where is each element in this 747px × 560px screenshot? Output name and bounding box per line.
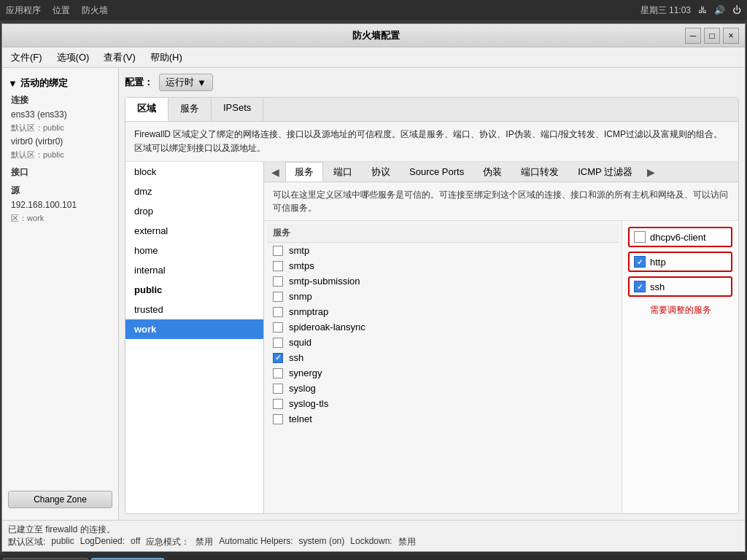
volume-icon[interactable]: 🔊 (714, 5, 725, 15)
change-zone-button[interactable]: Change Zone (8, 491, 112, 508)
interface-section: 接口 (2, 165, 118, 180)
config-dropdown[interactable]: 运行时 ▼ (159, 74, 213, 91)
taskbar: 🖥 root@server:~ 🛡 防火墙配置 1 / 4 (0, 555, 747, 560)
inner-tab-masquerade[interactable]: 伪装 (474, 163, 511, 182)
inner-tab-ports[interactable]: 端口 (325, 163, 361, 182)
service-item-squid: squid (267, 335, 619, 350)
pending-checkbox-ssh-pending[interactable] (634, 281, 646, 292)
service-label-synergy: synergy (289, 368, 322, 378)
tabs-header: 区域 服务 IPSets (125, 98, 738, 122)
auto-helpers-value: system (on) (299, 536, 345, 548)
power-icon[interactable]: ⏻ (732, 5, 741, 15)
service-item-smtp-submission: smtp-submission (267, 273, 619, 289)
zone-item-work[interactable]: work (125, 319, 263, 339)
zone-item-drop[interactable]: drop (125, 201, 263, 221)
connections-label: 连接 (2, 93, 118, 108)
services-scroll-list: smtp smtps smtp-submission (267, 243, 619, 427)
auto-helpers-label: Automatic Helpers: (219, 536, 293, 548)
network-icon[interactable]: 🖧 (698, 5, 707, 15)
service-label-ssh: ssh (289, 352, 303, 363)
service-item-synergy: synergy (267, 365, 619, 381)
inner-tab-right-arrow[interactable]: ▶ (643, 163, 659, 181)
zone-item-dmz[interactable]: dmz (125, 182, 263, 201)
emergency-value: 禁用 (196, 536, 213, 548)
zone-item-home[interactable]: home (125, 241, 263, 260)
tab-zone[interactable]: 区域 (125, 98, 169, 121)
active-binding-label: 活动的绑定 (20, 77, 68, 90)
minimize-button[interactable]: ─ (685, 28, 701, 44)
service-item-snmptrap: snmptrap (267, 304, 619, 319)
service-checkbox-telnet[interactable] (273, 414, 283, 424)
pending-label-ssh-pending: ssh (650, 281, 665, 292)
conn1-name: ens33 (ens33) (2, 108, 118, 121)
interface-label: 接口 (2, 165, 118, 180)
lockdown-value: 禁用 (398, 536, 416, 548)
window-controls: ─ □ × (685, 28, 739, 44)
apps-menu[interactable]: 应用程序 (6, 4, 41, 17)
emergency-label: 应急模式： (146, 536, 190, 548)
pending-label-dhcpv6: dhcpv6-client (650, 232, 706, 243)
service-checkbox-smtp[interactable] (273, 246, 283, 256)
services-list-container: 服务 smtp smtps (264, 221, 622, 513)
service-label-smtp-submission: smtp-submission (289, 276, 360, 287)
services-content: 服务 smtp smtps (264, 221, 738, 513)
inner-tab-services[interactable]: 服务 (285, 162, 323, 182)
dropdown-arrow-icon: ▼ (197, 77, 206, 88)
service-checkbox-snmp[interactable] (273, 292, 283, 302)
position-menu[interactable]: 位置 (53, 4, 70, 17)
default-zone-value: public (51, 536, 74, 548)
inner-tabs: ◀ 服务 端口 协议 Source Ports 伪装 端口转发 ICMP 过滤器… (264, 162, 738, 182)
tab-ipsets[interactable]: IPSets (212, 98, 263, 121)
service-item-syslog-tls: syslog-tls (267, 396, 619, 411)
inner-tab-icmp[interactable]: ICMP 过滤器 (569, 163, 641, 182)
conn2-name: virbr0 (virbr0) (2, 135, 118, 148)
service-checkbox-synergy[interactable] (273, 368, 283, 378)
maximize-button[interactable]: □ (704, 28, 720, 44)
taskbar-terminal[interactable]: 🖥 root@server:~ (3, 558, 88, 561)
pending-services-label: 需要调整的服务 (628, 304, 732, 316)
inner-tab-source-ports[interactable]: Source Ports (400, 163, 473, 180)
zone-item-public[interactable]: public (125, 280, 263, 300)
service-label-smtps: smtps (289, 260, 314, 271)
menu-view[interactable]: 查看(V) (98, 50, 141, 66)
zone-item-internal[interactable]: internal (125, 260, 263, 280)
service-checkbox-syslog-tls[interactable] (273, 399, 283, 409)
taskbar-firewall[interactable]: 🛡 防火墙配置 (91, 558, 164, 561)
inner-tab-port-forward[interactable]: 端口转发 (512, 163, 568, 182)
service-checkbox-spideroak[interactable] (273, 322, 283, 332)
log-denied-value: off (131, 536, 140, 548)
pending-item-dhcpv6: dhcpv6-client (628, 227, 732, 247)
topbar: 应用程序 位置 防火墙 星期三 11:03 🖧 🔊 ⏻ (0, 0, 747, 20)
services-description: 可以在这里定义区域中哪些服务是可信的。可连接至绑定到这个区域的连接、接口和源的所… (264, 182, 738, 221)
config-runtime-label: 运行时 (166, 76, 194, 89)
service-checkbox-ssh[interactable] (273, 353, 283, 363)
service-item-smtps: smtps (267, 258, 619, 273)
service-checkbox-smtp-submission[interactable] (273, 276, 283, 287)
firewall-menu[interactable]: 防火墙 (82, 4, 108, 17)
inner-tab-protocol[interactable]: 协议 (363, 163, 399, 182)
sidebar: ▼ 活动的绑定 连接 ens33 (ens33) 默认区：public virb… (2, 68, 119, 520)
close-button[interactable]: × (723, 28, 739, 44)
service-checkbox-syslog[interactable] (273, 384, 283, 394)
zone-item-external[interactable]: external (125, 221, 263, 241)
tab-service[interactable]: 服务 (169, 98, 212, 121)
active-binding-header[interactable]: ▼ 活动的绑定 (2, 74, 118, 93)
services-panel: ◀ 服务 端口 协议 Source Ports 伪装 端口转发 ICMP 过滤器… (264, 162, 738, 513)
service-checkbox-smtps[interactable] (273, 261, 283, 271)
service-item-telnet: telnet (267, 411, 619, 427)
topbar-left: 应用程序 位置 防火墙 (6, 4, 108, 17)
conn1-default: 默认区：public (2, 121, 118, 135)
service-checkbox-squid[interactable] (273, 338, 283, 348)
menu-help[interactable]: 帮助(H) (144, 50, 188, 66)
zone-item-trusted[interactable]: trusted (125, 300, 263, 319)
pending-checkbox-http[interactable] (634, 256, 646, 268)
menu-options[interactable]: 选项(O) (51, 50, 96, 66)
menu-file[interactable]: 文件(F) (5, 50, 48, 66)
service-label-syslog-tls: syslog-tls (289, 398, 328, 409)
config-area: 配置： 运行时 ▼ 区域 服务 IPSets FirewallD 区域定义了绑定… (119, 68, 745, 520)
zone-item-block[interactable]: block (125, 162, 263, 182)
inner-tab-left-arrow[interactable]: ◀ (267, 163, 284, 181)
connections-section: 连接 ens33 (ens33) 默认区：public virbr0 (virb… (2, 93, 118, 162)
service-checkbox-snmptrap[interactable] (273, 307, 283, 317)
pending-checkbox-dhcpv6[interactable] (634, 231, 646, 243)
